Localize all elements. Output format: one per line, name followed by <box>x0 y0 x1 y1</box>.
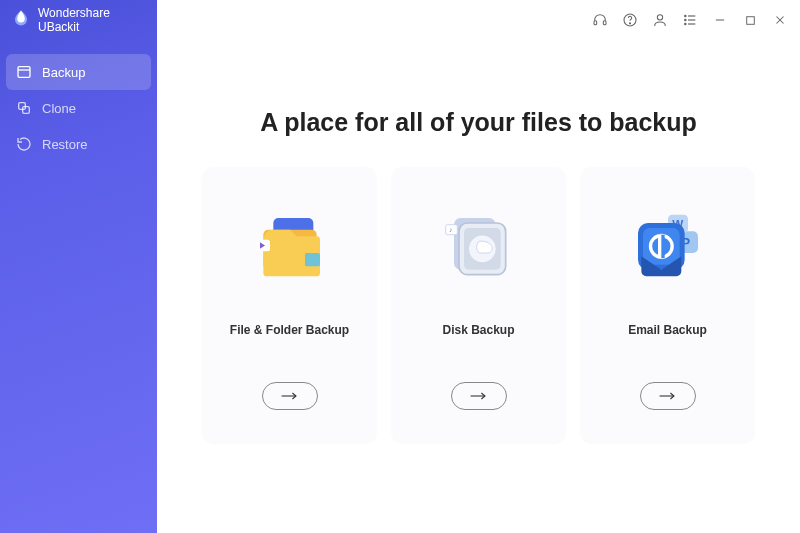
card-title: Email Backup <box>628 323 707 337</box>
sidebar-item-label: Backup <box>42 65 85 80</box>
card-action-button[interactable] <box>451 382 507 410</box>
clone-icon <box>16 100 32 116</box>
sidebar-item-label: Restore <box>42 137 88 152</box>
card-disk-backup[interactable]: ♪ Disk Backup <box>392 167 565 442</box>
svg-rect-15 <box>746 16 754 24</box>
svg-point-7 <box>657 15 662 20</box>
card-action-button[interactable] <box>262 382 318 410</box>
list-icon[interactable] <box>682 12 698 28</box>
card-action-button[interactable] <box>640 382 696 410</box>
svg-rect-39 <box>658 235 661 258</box>
card-email-backup[interactable]: P W Email Backup <box>581 167 754 442</box>
sidebar-item-clone[interactable]: Clone <box>0 90 157 126</box>
brand: Wondershare UBackit <box>0 0 157 40</box>
main: A place for all of your files to backup … <box>157 0 800 533</box>
help-icon[interactable] <box>622 12 638 28</box>
svg-point-6 <box>629 23 630 24</box>
svg-rect-3 <box>594 21 597 25</box>
card-title: Disk Backup <box>442 323 514 337</box>
disk-illustration-icon: ♪ <box>404 193 553 303</box>
svg-point-10 <box>685 19 686 20</box>
svg-text:♪: ♪ <box>449 226 452 233</box>
svg-rect-22 <box>305 253 320 266</box>
card-title: File & Folder Backup <box>230 323 349 337</box>
svg-rect-0 <box>18 67 30 78</box>
sidebar-item-backup[interactable]: Backup <box>6 54 151 90</box>
minimize-icon[interactable] <box>712 12 728 28</box>
card-file-folder-backup[interactable]: File & Folder Backup <box>203 167 376 442</box>
brand-title: Wondershare UBackit <box>38 6 145 34</box>
page-heading: A place for all of your files to backup <box>187 108 770 137</box>
headset-icon[interactable] <box>592 12 608 28</box>
titlebar <box>157 0 800 40</box>
backup-icon <box>16 64 32 80</box>
maximize-icon[interactable] <box>742 12 758 28</box>
svg-point-12 <box>685 23 686 24</box>
cards: File & Folder Backup ♪ <box>187 167 770 442</box>
sidebar-item-label: Clone <box>42 101 76 116</box>
email-illustration-icon: P W <box>593 193 742 303</box>
user-icon[interactable] <box>652 12 668 28</box>
app-logo-icon <box>12 9 30 31</box>
content: A place for all of your files to backup … <box>157 40 800 533</box>
svg-rect-4 <box>603 21 606 25</box>
nav: Backup Clone Restore <box>0 54 157 162</box>
close-icon[interactable] <box>772 12 788 28</box>
sidebar-item-restore[interactable]: Restore <box>0 126 157 162</box>
restore-icon <box>16 136 32 152</box>
sidebar: Wondershare UBackit Backup Clone Restore <box>0 0 157 533</box>
folder-illustration-icon <box>215 193 364 303</box>
svg-point-8 <box>685 15 686 16</box>
